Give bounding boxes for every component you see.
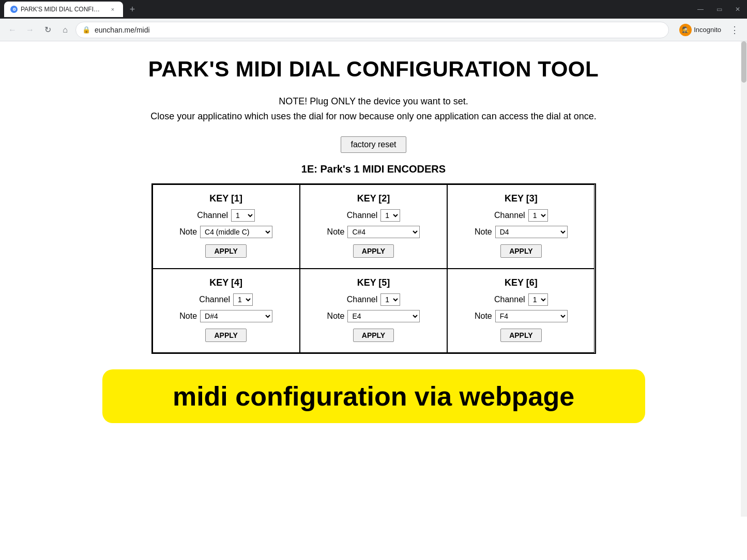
address-bar[interactable]: 🔒 eunchan.me/midi xyxy=(75,22,669,38)
key-4-note-label: Note xyxy=(179,312,197,321)
key-2-channel-label: Channel xyxy=(347,211,378,220)
key-3-note-row: Note C4 (middle C)C#4D4D#4 E4F4 xyxy=(458,226,584,238)
key-1-label: KEY [1] xyxy=(163,193,289,204)
scrollbar-thumb[interactable] xyxy=(741,41,746,83)
minimize-button[interactable]: — xyxy=(695,4,706,14)
key-1-channel-select[interactable]: 1234 5678 9101112 13141516 xyxy=(231,209,255,222)
key-6-cell: KEY [6] Channel 1234 Note C4 (middle C)C… xyxy=(447,269,594,353)
key-4-apply-button[interactable]: APPLY xyxy=(205,329,246,342)
maximize-button[interactable]: ▭ xyxy=(714,4,724,14)
home-button[interactable]: ⌂ xyxy=(58,23,72,37)
page-content: PARK'S MIDI DIAL CONFIGURATION TOOL NOTE… xyxy=(0,41,747,517)
profile-label: Incognito xyxy=(694,26,721,34)
key-1-note-row: Note C4 (middle C)C#4D4D#4 E4F4F#4G4 G#4… xyxy=(163,226,289,238)
key-5-channel-row: Channel 1234 xyxy=(311,293,436,306)
key-1-cell: KEY [1] Channel 1234 5678 9101112 131415… xyxy=(153,184,300,269)
profile-icon: 🕵 xyxy=(679,24,692,36)
scrollbar[interactable] xyxy=(741,41,747,517)
tab-favicon: ⚙ xyxy=(10,6,18,13)
key-3-note-select[interactable]: C4 (middle C)C#4D4D#4 E4F4 xyxy=(495,226,568,238)
key-5-cell: KEY [5] Channel 1234 Note C4 (middle C)C… xyxy=(300,269,447,353)
encoder-row-2: KEY [4] Channel 1234 Note C4 (middle C)C… xyxy=(153,269,595,353)
key-6-apply-button[interactable]: APPLY xyxy=(500,329,541,342)
key-2-note-select[interactable]: C4 (middle C)C#4D4D#4 E4F4 xyxy=(347,226,420,238)
note-line2: Close your applicatino which uses the di… xyxy=(21,109,726,124)
key-5-note-row: Note C4 (middle C)C#4D4D#4 E4F4 xyxy=(311,310,436,322)
encoder-section-title: 1E: Park's 1 MIDI ENCODERS xyxy=(21,163,726,175)
key-4-channel-label: Channel xyxy=(199,295,230,304)
key-2-label: KEY [2] xyxy=(311,193,436,204)
key-6-note-row: Note C4 (middle C)C#4D4D#4 E4F4 xyxy=(458,310,584,322)
key-4-label: KEY [4] xyxy=(163,277,289,288)
new-tab-button[interactable]: + xyxy=(125,2,140,17)
tab-title: PARK'S MIDI DIAL CONFIGURATI... xyxy=(21,6,103,13)
key-3-channel-row: Channel 1234 xyxy=(458,209,584,222)
key-4-cell: KEY [4] Channel 1234 Note C4 (middle C)C… xyxy=(153,269,300,353)
key-3-cell: KEY [3] Channel 1234 Note C4 (middle C)C… xyxy=(447,184,594,269)
key-5-channel-label: Channel xyxy=(347,295,378,304)
encoder-row-1: KEY [1] Channel 1234 5678 9101112 131415… xyxy=(153,184,595,269)
page-note: NOTE! Plug ONLY the device you want to s… xyxy=(21,94,726,124)
key-5-channel-select[interactable]: 1234 xyxy=(380,293,400,306)
key-4-note-select[interactable]: C4 (middle C)C#4D4D#4 E4F4 xyxy=(200,310,272,322)
key-6-label: KEY [6] xyxy=(458,277,584,288)
key-6-channel-label: Channel xyxy=(494,295,525,304)
key-4-note-row: Note C4 (middle C)C#4D4D#4 E4F4 xyxy=(163,310,289,322)
forward-button[interactable]: → xyxy=(23,23,37,37)
key-2-note-label: Note xyxy=(327,227,345,237)
key-5-apply-button[interactable]: APPLY xyxy=(353,329,394,342)
key-1-note-select[interactable]: C4 (middle C)C#4D4D#4 E4F4F#4G4 G#4A4A#4… xyxy=(200,226,272,238)
key-3-channel-select[interactable]: 1234 xyxy=(528,209,548,222)
title-bar: ⚙ PARK'S MIDI DIAL CONFIGURATI... × + — … xyxy=(0,0,747,19)
key-2-note-row: Note C4 (middle C)C#4D4D#4 E4F4 xyxy=(311,226,436,238)
browser-toolbar: ← → ↻ ⌂ 🔒 eunchan.me/midi 🕵 Incognito ⋮ xyxy=(0,19,747,41)
key-3-apply-button[interactable]: APPLY xyxy=(500,244,541,258)
key-1-channel-label: Channel xyxy=(197,211,228,220)
back-button[interactable]: ← xyxy=(5,23,20,37)
tab-close-button[interactable]: × xyxy=(109,5,117,13)
key-3-label: KEY [3] xyxy=(458,193,584,204)
factory-reset-button[interactable]: factory reset xyxy=(341,136,406,153)
key-4-channel-select[interactable]: 1234 xyxy=(233,293,253,306)
key-6-note-select[interactable]: C4 (middle C)C#4D4D#4 E4F4 xyxy=(495,310,568,322)
key-4-channel-row: Channel 1234 xyxy=(163,293,289,306)
key-2-channel-row: Channel 1234 5678 xyxy=(311,209,436,222)
key-2-cell: KEY [2] Channel 1234 5678 Note C4 (middl… xyxy=(300,184,447,269)
active-tab[interactable]: ⚙ PARK'S MIDI DIAL CONFIGURATI... × xyxy=(4,2,123,17)
key-1-channel-row: Channel 1234 5678 9101112 13141516 xyxy=(163,209,289,222)
key-3-channel-label: Channel xyxy=(494,211,525,220)
refresh-button[interactable]: ↻ xyxy=(40,23,55,37)
key-6-note-label: Note xyxy=(475,312,492,321)
encoder-grid: KEY [1] Channel 1234 5678 9101112 131415… xyxy=(151,183,596,354)
note-line1: NOTE! Plug ONLY the device you want to s… xyxy=(21,94,726,109)
bottom-banner-text: midi configuration via webpage xyxy=(123,381,624,412)
key-5-note-select[interactable]: C4 (middle C)C#4D4D#4 E4F4 xyxy=(347,310,420,322)
key-2-channel-select[interactable]: 1234 5678 xyxy=(380,209,400,222)
incognito-profile-button[interactable]: 🕵 Incognito xyxy=(675,22,725,38)
page-title: PARK'S MIDI DIAL CONFIGURATION TOOL xyxy=(21,57,726,82)
close-window-button[interactable]: ✕ xyxy=(733,4,743,14)
key-1-apply-button[interactable]: APPLY xyxy=(205,244,246,258)
key-6-channel-select[interactable]: 1234 xyxy=(528,293,548,306)
key-5-label: KEY [5] xyxy=(311,277,436,288)
factory-reset-section: factory reset xyxy=(21,136,726,153)
bottom-banner: midi configuration via webpage xyxy=(102,369,645,423)
key-5-note-label: Note xyxy=(327,312,345,321)
toolbar-right: 🕵 Incognito ⋮ xyxy=(675,22,742,38)
window-controls: — ▭ ✕ xyxy=(695,4,743,14)
key-6-channel-row: Channel 1234 xyxy=(458,293,584,306)
browser-chrome: ⚙ PARK'S MIDI DIAL CONFIGURATI... × + — … xyxy=(0,0,747,41)
url-text: eunchan.me/midi xyxy=(95,26,150,34)
key-3-note-label: Note xyxy=(475,227,492,237)
lock-icon: 🔒 xyxy=(82,26,90,34)
browser-menu-button[interactable]: ⋮ xyxy=(727,23,742,37)
key-2-apply-button[interactable]: APPLY xyxy=(353,244,394,258)
key-1-note-label: Note xyxy=(179,227,197,237)
